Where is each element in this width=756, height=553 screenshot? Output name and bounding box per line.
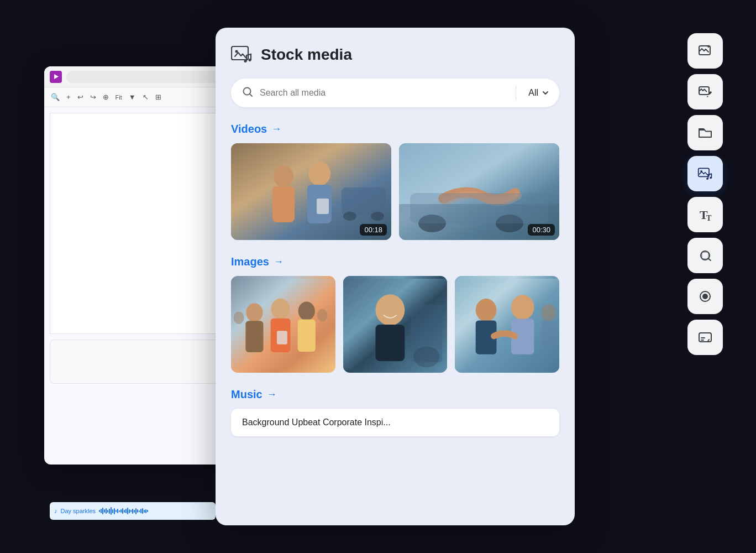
search-input[interactable] <box>260 88 509 98</box>
wave-bar <box>129 509 130 513</box>
svg-point-46 <box>710 177 712 179</box>
folder-button[interactable] <box>687 115 723 150</box>
wave-bar <box>130 510 132 512</box>
wave-bar <box>127 508 128 514</box>
music-item-1[interactable]: Background Upbeat Corporate Inspi... <box>231 409 559 436</box>
music-section-header: Music → <box>231 388 559 401</box>
zoom-in-btn[interactable]: ⊕ <box>101 92 111 102</box>
add-btn[interactable]: + <box>64 92 73 102</box>
search-bar[interactable]: All <box>231 79 559 107</box>
image-thumbnail-3[interactable] <box>455 276 559 373</box>
svg-point-12 <box>343 212 356 221</box>
svg-point-6 <box>274 165 293 187</box>
videos-arrow-icon[interactable]: → <box>271 123 281 135</box>
wave-bar <box>125 509 127 513</box>
right-sidebar: T T <box>687 33 723 355</box>
audio-label: Day sparkles <box>61 508 96 514</box>
edit-image-button[interactable] <box>687 74 723 109</box>
music-section-title[interactable]: Music <box>231 388 262 401</box>
wave-bar <box>99 510 100 512</box>
wave-bar <box>145 509 146 513</box>
wave-bar <box>132 509 133 514</box>
svg-point-20 <box>246 303 262 322</box>
stock-media-button[interactable] <box>687 156 723 191</box>
svg-point-8 <box>308 161 330 186</box>
wave-bar <box>111 507 112 515</box>
svg-point-2 <box>244 60 247 62</box>
svg-rect-18 <box>410 193 548 223</box>
images-section-title[interactable]: Images <box>231 255 269 268</box>
svg-rect-15 <box>399 204 559 240</box>
svg-point-13 <box>371 212 384 221</box>
captions-button[interactable] <box>687 320 723 355</box>
wave-bar <box>142 508 143 514</box>
svg-rect-42 <box>699 87 709 95</box>
filter-dropdown[interactable]: All <box>523 84 555 102</box>
wave-bar <box>140 509 141 513</box>
svg-point-16 <box>418 215 446 232</box>
image-thumbnail-1[interactable] <box>231 276 335 373</box>
video-thumbnail-1[interactable]: 00:18 <box>231 143 391 240</box>
svg-rect-14 <box>399 143 559 240</box>
svg-point-39 <box>542 304 556 321</box>
svg-point-33 <box>413 347 439 368</box>
wave-bar <box>134 510 135 513</box>
wave-bar <box>119 510 120 512</box>
wave-bar <box>144 510 145 513</box>
image-thumbnail-2[interactable] <box>343 276 448 373</box>
undo-btn[interactable]: ↩ <box>75 92 86 102</box>
svg-rect-11 <box>342 187 386 215</box>
audio-track: ♪ Day sparkles <box>50 502 216 520</box>
zoom-out-btn[interactable]: 🔍 <box>49 92 62 102</box>
wave-bar <box>101 509 102 513</box>
text-button[interactable]: T T <box>687 197 723 232</box>
svg-point-44 <box>700 170 702 173</box>
video-2-duration: 00:30 <box>528 224 555 236</box>
panel-title: Stock media <box>261 46 352 64</box>
video-thumbnails-row: 00:18 <box>231 143 559 240</box>
music-arrow-icon[interactable]: → <box>267 389 277 400</box>
search-icon <box>242 86 253 100</box>
editor-logo <box>50 71 62 83</box>
wave-bar <box>147 510 148 512</box>
filter-label: All <box>528 88 538 98</box>
images-arrow-icon[interactable]: → <box>274 256 284 268</box>
svg-rect-9 <box>307 185 332 223</box>
svg-point-27 <box>234 311 244 324</box>
pointer-btn[interactable]: ↖ <box>140 92 151 102</box>
wave-bar <box>102 508 103 514</box>
svg-point-30 <box>375 294 405 326</box>
svg-point-24 <box>298 301 315 320</box>
svg-rect-7 <box>272 186 295 222</box>
videos-section-title[interactable]: Videos <box>231 123 267 135</box>
record-button[interactable] <box>687 279 723 314</box>
panel-header: Stock media <box>231 44 559 65</box>
wave-bar <box>109 509 110 514</box>
svg-rect-50 <box>702 252 708 259</box>
video-thumbnail-2[interactable]: 00:30 <box>399 143 559 240</box>
svg-rect-31 <box>375 325 405 361</box>
wave-bar <box>112 509 113 513</box>
ai-image-button[interactable] <box>687 33 723 69</box>
fit-dropdown[interactable]: ▼ <box>127 92 138 102</box>
wave-bar <box>120 509 122 513</box>
svg-rect-40 <box>542 320 556 346</box>
search-divider <box>516 85 516 101</box>
redo-btn[interactable]: ↪ <box>88 92 98 102</box>
svg-rect-10 <box>317 199 329 214</box>
wave-bar <box>122 508 123 514</box>
wave-bar <box>124 510 125 513</box>
images-section-header: Images → <box>231 255 559 268</box>
fit-label[interactable]: Fit <box>113 93 124 102</box>
wave-bar <box>107 510 108 513</box>
svg-rect-43 <box>699 168 709 176</box>
videos-section-header: Videos → <box>231 123 559 135</box>
svg-rect-5 <box>231 143 391 240</box>
video-1-duration: 00:18 <box>360 224 387 236</box>
svg-point-37 <box>511 295 534 320</box>
svg-rect-26 <box>277 331 287 345</box>
grid-btn[interactable]: ⊞ <box>153 92 164 102</box>
wave-bar <box>139 510 140 512</box>
shapes-button[interactable] <box>687 238 723 273</box>
svg-point-45 <box>706 178 708 180</box>
